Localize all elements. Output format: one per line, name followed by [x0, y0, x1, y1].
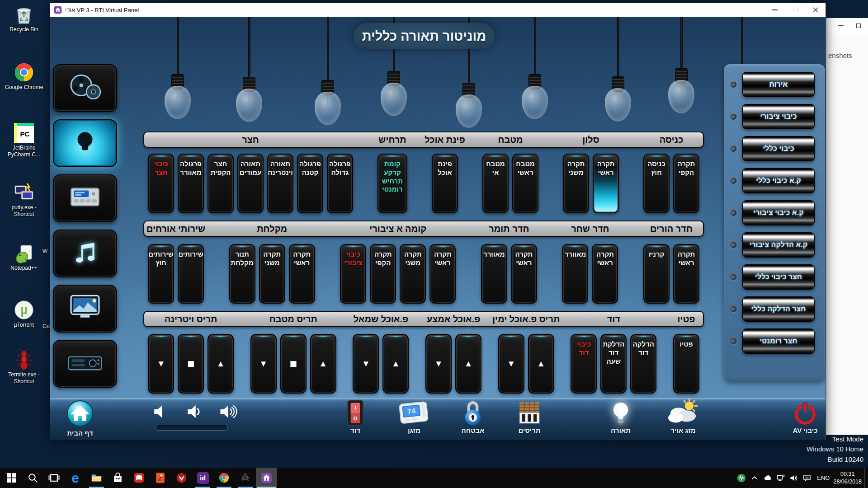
- tray-onedrive-icon[interactable]: [761, 468, 774, 488]
- light-button[interactable]: תקרה הקפי: [673, 154, 699, 213]
- scene-button[interactable]: אירוח: [742, 72, 815, 97]
- shutter-up-button[interactable]: ▲: [382, 334, 409, 394]
- maximize-button[interactable]: [785, 3, 805, 17]
- tray-volume-mixer-icon[interactable]: [735, 468, 748, 488]
- nav-light-bulb-button[interactable]: [53, 119, 117, 167]
- volume-low-icon[interactable]: [185, 403, 204, 420]
- minimize-button[interactable]: [764, 3, 785, 17]
- light-button[interactable]: פינת אוכל: [432, 154, 458, 213]
- light-button[interactable]: שירותים חוץ: [148, 244, 174, 304]
- nav-keypad-button[interactable]: [53, 174, 117, 222]
- light-button[interactable]: מטבח אי: [482, 154, 509, 213]
- light-button[interactable]: פרגולה גדולה: [327, 154, 353, 213]
- close-button[interactable]: [805, 3, 826, 17]
- light-button[interactable]: תקרה ראשי: [673, 244, 699, 304]
- light-button[interactable]: תאורה וינטרינה: [267, 154, 293, 213]
- toolbar-padlock-button[interactable]: אבטחה: [451, 399, 495, 434]
- shutter-up-button[interactable]: ▲: [310, 334, 336, 394]
- taskbar-app-mcafee[interactable]: [171, 468, 192, 488]
- light-button[interactable]: תקרה ראשי: [592, 244, 618, 304]
- taskbar-clock[interactable]: 00:31 28/06/2018: [833, 470, 862, 486]
- shutter-down-button[interactable]: ▼: [425, 334, 452, 394]
- toolbar-power-button[interactable]: כיבוי AV: [783, 399, 826, 434]
- scene-button[interactable]: ק.א כיבוי כללי: [742, 168, 815, 193]
- shutter-down-button[interactable]: ▼: [498, 334, 524, 394]
- desktop-icon-termite[interactable]: Termite.exe - Shortcut: [3, 349, 45, 385]
- light-button[interactable]: חצר הקפית: [208, 154, 234, 213]
- taskbar-app-identity[interactable]: id: [192, 468, 213, 488]
- light-button[interactable]: מאוורר: [562, 244, 588, 304]
- taskbar-search-button[interactable]: [22, 468, 43, 488]
- light-button[interactable]: תקרה ראשי: [511, 244, 537, 304]
- shutter-down-button[interactable]: ▼: [250, 334, 277, 394]
- tray-speaker-icon[interactable]: [787, 468, 800, 488]
- shutter-up-button[interactable]: ▲: [455, 334, 481, 394]
- tray-network-display-icon[interactable]: [774, 468, 787, 488]
- desktop-icon-utorrent[interactable]: µµTorrent: [3, 299, 45, 328]
- shutter-down-button[interactable]: ▼: [148, 334, 174, 394]
- light-button[interactable]: תקרה משני: [563, 154, 589, 213]
- toolbar-thermostat-button[interactable]: 74מזגן: [392, 399, 436, 434]
- nav-av-receiver-button[interactable]: [53, 340, 117, 388]
- light-button[interactable]: תקרה ראשי: [429, 244, 456, 304]
- light-button[interactable]: מאוורר: [481, 244, 507, 304]
- toolbar-rocker-switch-button[interactable]: IOדוד: [334, 399, 377, 434]
- taskbar-task-view-button[interactable]: [43, 468, 65, 488]
- nav-media-reel-button[interactable]: [53, 64, 117, 112]
- tray-action-center-icon[interactable]: [800, 468, 813, 488]
- light-button[interactable]: פטיו: [673, 334, 699, 394]
- taskbar-app-windows-store[interactable]: [107, 468, 128, 488]
- light-button[interactable]: מטבח ראשי: [512, 154, 538, 213]
- desktop-icon-notepad-plus[interactable]: Notepad++: [3, 242, 45, 272]
- desktop-icon-google-chrome[interactable]: Google Chrome: [3, 61, 45, 91]
- volume-high-icon[interactable]: [219, 403, 238, 420]
- toolbar-weather-button[interactable]: מזג אויר: [661, 399, 705, 434]
- scene-button[interactable]: כיבוי כללי: [742, 136, 815, 161]
- minimize-icon[interactable]: [838, 25, 844, 26]
- nav-music-note-button[interactable]: [53, 230, 117, 277]
- light-button[interactable]: פרגולה מאוורר: [178, 154, 204, 213]
- taskbar-app-file-explorer[interactable]: [86, 468, 107, 488]
- light-button[interactable]: תקרה הקפי: [370, 244, 396, 304]
- home-button[interactable]: דף הבית: [57, 399, 103, 437]
- light-button[interactable]: תנור מקלחת: [229, 244, 255, 304]
- scene-button[interactable]: חצר הדלקה כללי: [742, 296, 815, 322]
- light-button[interactable]: פרגולה קטנה: [297, 154, 323, 213]
- show-desktop-button[interactable]: [864, 468, 867, 488]
- scene-button[interactable]: ק.א כיבוי ציבורי: [742, 200, 815, 225]
- taskbar-start-button[interactable]: [1, 468, 22, 488]
- taskbar-app-inkscape[interactable]: [235, 468, 256, 488]
- shutter-up-button[interactable]: ▲: [528, 334, 554, 394]
- toolbar-light-bulb-button[interactable]: תאורה: [599, 399, 642, 434]
- light-button[interactable]: כיבוי דוד: [571, 334, 597, 394]
- light-button[interactable]: הדלקת דוד שעה: [600, 334, 627, 394]
- tray-chevron-up-icon[interactable]: [748, 468, 761, 488]
- light-button[interactable]: הדלקה דוד: [630, 334, 656, 394]
- toolbar-shutters-button[interactable]: תריסים: [508, 399, 551, 434]
- shutter-down-button[interactable]: ▼: [353, 334, 379, 394]
- taskbar-app-rti-panel[interactable]: [256, 468, 277, 488]
- scene-button[interactable]: חצר רומנטי: [742, 328, 815, 354]
- taskbar-app-edge[interactable]: e: [65, 468, 86, 488]
- desktop-icon-recycle-bin[interactable]: Recycle Bin: [3, 4, 45, 33]
- taskbar-app-orange-app[interactable]: [150, 468, 171, 488]
- light-button[interactable]: קומת קרקע תרחיש רומנטי: [377, 154, 407, 213]
- nav-tv-button[interactable]: [53, 285, 117, 333]
- light-button[interactable]: שירותים: [178, 244, 204, 304]
- shutter-stop-button[interactable]: ■: [280, 334, 307, 394]
- desktop-icon-putty[interactable]: putty.exe - Shortcut: [3, 182, 45, 218]
- taskbar-app-red-reader[interactable]: [128, 468, 150, 488]
- scene-button[interactable]: כיבוי ציבורי: [742, 104, 815, 129]
- shutter-stop-button[interactable]: ■: [178, 334, 204, 394]
- light-button[interactable]: תאורה עמודים: [237, 154, 264, 213]
- taskbar-app-chrome[interactable]: [213, 468, 235, 488]
- light-button[interactable]: תקרה ראשי: [289, 244, 315, 304]
- light-button[interactable]: כניסה חוץ: [643, 154, 670, 213]
- light-button[interactable]: קרניז: [643, 244, 670, 304]
- shutter-up-button[interactable]: ▲: [208, 334, 234, 394]
- light-button[interactable]: כיבוי ציבורי: [340, 244, 366, 304]
- light-button[interactable]: כיבוי חצר: [148, 154, 174, 213]
- language-indicator[interactable]: ENG: [817, 474, 830, 481]
- light-button[interactable]: תקרה משני: [259, 244, 285, 304]
- window-titlebar[interactable]: אודי VP 3 - RTI Virtual Panel: [50, 3, 826, 17]
